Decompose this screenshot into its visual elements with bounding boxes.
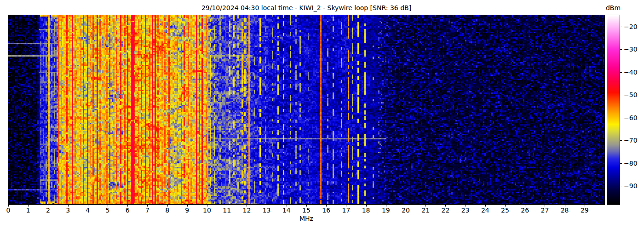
plot-frame <box>8 15 605 205</box>
x-tick-label: 8 <box>165 207 169 214</box>
x-tick-label: 28 <box>561 207 569 214</box>
x-tick-label: 3 <box>66 207 70 214</box>
x-tick-label: 23 <box>461 207 470 214</box>
x-tick-label: 9 <box>185 207 189 214</box>
colorbar-tick <box>620 49 622 50</box>
colorbar-tick <box>620 118 622 118</box>
x-tick-label: 20 <box>402 207 410 214</box>
x-tick-label: 22 <box>441 207 449 214</box>
colorbar-canvas <box>607 15 620 204</box>
colorbar-tick <box>620 186 622 186</box>
colorbar-tick-label: −40 <box>624 69 638 76</box>
x-tick-label: 13 <box>263 207 271 214</box>
x-tick-label: 2 <box>46 207 50 214</box>
x-axis-label: MHz <box>8 215 604 222</box>
x-tick-label: 11 <box>223 207 231 214</box>
x-tick-label: 29 <box>581 207 589 214</box>
colorbar-tick-label: −90 <box>624 182 638 190</box>
x-tick-label: 14 <box>282 207 291 214</box>
spectrogram-canvas <box>8 15 604 204</box>
colorbar-tick-label: −80 <box>624 160 638 167</box>
x-tick-label: 12 <box>242 207 251 214</box>
spectrogram-figure: 29/10/2024 04:30 local time - KIWI_2 - S… <box>0 0 644 230</box>
colorbar-tick <box>620 163 622 164</box>
x-tick-label: 24 <box>481 207 489 214</box>
x-tick-label: 6 <box>126 207 130 214</box>
colorbar-tick-label: −50 <box>624 91 638 98</box>
colorbar-tick <box>620 140 622 141</box>
colorbar-unit-label: dBm <box>606 4 621 12</box>
colorbar-tick-label: −60 <box>624 114 638 121</box>
colorbar-tick-label: −20 <box>624 23 638 30</box>
colorbar-frame <box>607 15 620 205</box>
colorbar-tick <box>620 27 622 27</box>
x-tick-label: 26 <box>521 207 529 214</box>
x-tick-label: 4 <box>86 207 90 214</box>
x-tick-label: 21 <box>421 207 430 214</box>
x-tick-label: 5 <box>106 207 110 214</box>
x-tick-label: 19 <box>382 207 390 214</box>
x-tick-label: 16 <box>322 207 330 214</box>
colorbar-tick <box>620 72 622 73</box>
colorbar-tick <box>620 95 622 95</box>
x-tick-label: 1 <box>26 207 30 214</box>
colorbar-tick-label: −30 <box>624 46 638 53</box>
x-tick-label: 15 <box>302 207 310 214</box>
x-tick-label: 27 <box>540 207 549 214</box>
chart-title: 29/10/2024 04:30 local time - KIWI_2 - S… <box>8 4 604 12</box>
colorbar-tick-label: −70 <box>624 137 638 144</box>
x-tick-label: 0 <box>6 207 11 214</box>
x-tick-label: 17 <box>342 207 350 214</box>
x-tick-label: 10 <box>203 207 211 214</box>
x-tick-label: 7 <box>145 207 150 214</box>
x-tick-label: 25 <box>501 207 509 214</box>
x-tick-label: 18 <box>362 207 370 214</box>
